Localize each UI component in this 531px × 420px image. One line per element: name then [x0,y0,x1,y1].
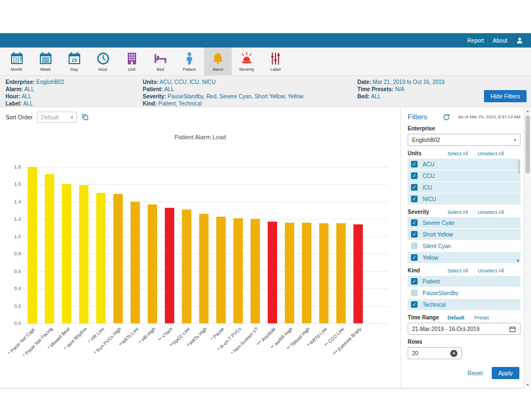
checkbox[interactable]: ✓ [411,254,418,261]
y-axis-tick: 1.4 [6,199,21,204]
checkbox-row-ccu[interactable]: ✓CCU [408,170,520,181]
checkbox-row-yellow[interactable]: ✓Yellow [408,252,520,263]
bar-3 [79,185,88,323]
checkbox-row-severe-cyan[interactable]: ✓Severe Cyan [408,217,520,228]
clear-icon[interactable]: ✕ [450,350,457,357]
toolbar-item-month[interactable]: Month [3,48,30,75]
filter-summary-row: Alarm: ALL [6,86,143,93]
refresh-icon[interactable] [442,113,450,121]
checkbox[interactable]: ✓ [411,219,418,226]
bar-9 [182,209,191,323]
checkbox-label: PauseStandby [423,290,459,296]
check-icon: ✓ [412,173,417,179]
filter-summary-row: Date: Mar 21, 2019 to Oct 16, 2019 [357,78,525,86]
toolbar-item-alarm[interactable]: Alarm [204,48,232,75]
enterprise-select[interactable]: EnglishB02 ▾ [408,134,520,146]
checkbox-label: Short Yellow [423,232,453,238]
filter-summary-row: Units: ACU, CCU, ICU, NICU [143,78,357,86]
checkbox[interactable]: ✓ [411,184,418,191]
toolbar-item-week[interactable]: Week [32,48,59,75]
rows-input[interactable]: 20 ✕ [408,347,462,359]
filter-summary-columns: Enterprise: EnglishB02Alarm: ALLHour: AL… [6,78,525,107]
toolbar-item-patient[interactable]: Patient [175,48,203,75]
chevron-down-icon: ▾ [71,115,73,120]
checkbox-row-pausestandby[interactable]: PauseStandby [408,287,520,298]
scroll-up-icon[interactable]: ▲ [524,109,531,113]
kind-section-header: KindSelect AllUnselect All [408,267,520,274]
calendar-icon[interactable] [509,326,516,333]
check-icon: ✓ [412,232,417,237]
unselect-all-link[interactable]: Unselect All [478,151,504,156]
report-link[interactable]: Report [467,38,484,44]
select-all-link[interactable]: Select All [447,209,468,215]
checkbox[interactable] [411,243,418,249]
toolbar-item-hour[interactable]: Hour [89,48,117,75]
filter-summary-label: Alarm: [6,86,23,92]
checkbox-row-technical[interactable]: ✓Technical [408,299,520,310]
bar-4 [96,193,106,323]
checkbox[interactable]: ✓ [411,196,418,202]
select-all-link[interactable]: Select All [447,268,468,274]
bar-16 [302,223,311,323]
calendar-week-icon [39,51,53,66]
checkbox[interactable]: ✓ [411,231,418,238]
reset-link[interactable]: Reset [467,370,482,376]
checkbox-row-acu[interactable]: ✓ACU [408,159,520,170]
filter-summary-label: Label: [6,101,22,107]
toolbar-item-unit[interactable]: Unit [118,48,145,75]
checkbox-label: CCU [423,173,435,179]
bar-5 [113,194,123,323]
checkbox-row-silent-cyan[interactable]: Silent Cyan [408,240,520,251]
checkbox[interactable]: ✓ [411,172,418,179]
checkbox[interactable] [411,290,418,296]
checkbox-label: Technical [423,302,446,308]
panel-scrollbar[interactable]: ▲ ▼ [524,107,531,389]
bar-10 [199,214,209,323]
checkbox-label: Severe Cyan [423,220,455,226]
y-axis-tick: 0.4 [6,286,21,291]
units-list: ✓ACU✓CCU✓ICU✓NICU [408,159,520,204]
apply-button[interactable]: Apply [492,367,519,379]
check-icon: ✓ [412,161,417,167]
y-axis-tick: 1.8 [6,164,21,170]
time-range-header: Time Range Default Preset [408,314,520,321]
checkbox[interactable]: ✓ [411,278,418,285]
checkbox-row-short-yellow[interactable]: ✓Short Yellow [408,229,520,240]
scrollbar-thumb[interactable] [525,116,530,174]
time-range-input[interactable]: 21-Mar-2019 - 16-Oct-2019 [408,323,520,335]
check-icon: ✓ [412,302,417,307]
list-scrollbar-thumb[interactable] [518,160,520,174]
toolbar-item-day[interactable]: 25Day [60,48,88,75]
checkbox[interactable]: ✓ [411,301,418,308]
about-link[interactable]: About [493,38,507,44]
filter-summary-column: Enterprise: EnglishB02Alarm: ALLHour: AL… [6,78,143,107]
checkbox-row-nicu[interactable]: ✓NICU [408,193,520,204]
section-title: Severity [408,209,447,215]
toolbar-item-bed[interactable]: Bed [147,48,174,75]
unselect-all-link[interactable]: Unselect All [478,268,504,274]
list-scroll-down-icon[interactable]: ▼ [516,259,520,262]
bar-8 [165,208,174,323]
checkbox[interactable]: ✓ [411,161,418,167]
filter-summary-value: ACU, CCU, ICU, NICU [160,79,216,85]
time-range-default-link[interactable]: Default [447,315,465,321]
sort-order-select[interactable]: Default ▾ [37,112,77,123]
unselect-all-link[interactable]: Unselect All [478,209,504,215]
select-all-link[interactable]: Select All [447,151,468,156]
clock-icon [96,51,110,66]
toolbar-item-severity[interactable]: Severity [233,48,261,75]
filters-panel-header: Filters As of Mar 29, 2023, 8:57:14 AM [408,113,520,121]
checkbox-row-icu[interactable]: ✓ICU [408,182,520,193]
checkbox-row-patient[interactable]: ✓Patient [408,276,520,287]
y-axis-tick: 0.0 [6,321,21,326]
toolbar-item-label[interactable]: Label [262,48,289,75]
time-range-value: 21-Mar-2019 - 16-Oct-2019 [412,326,480,332]
scroll-down-icon[interactable]: ▼ [524,383,531,387]
time-range-preset-link[interactable]: Preset [475,315,489,321]
hide-filters-button[interactable]: Hide Filters [484,90,527,102]
checkbox-label: Silent Cyan [423,243,451,249]
filters-footer: Reset Apply [408,367,520,379]
filter-summary-label: Bed: [357,93,369,99]
copy-icon[interactable] [81,113,89,121]
user-icon[interactable] [516,37,523,44]
